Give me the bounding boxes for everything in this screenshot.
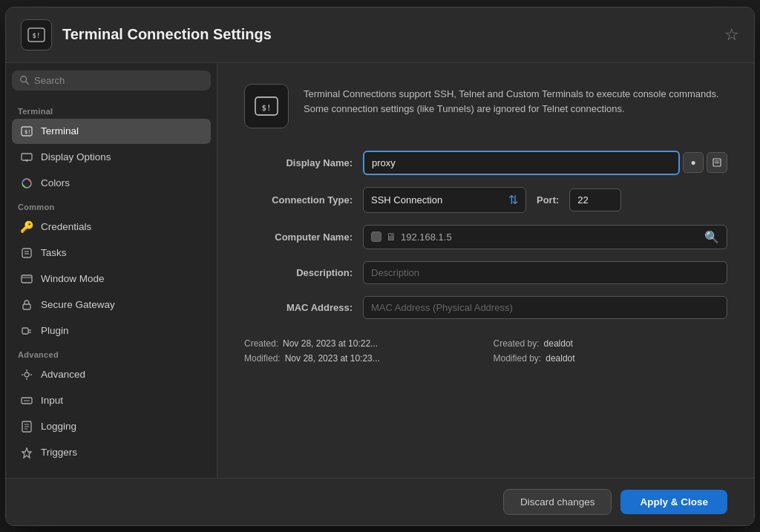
info-description: Terminal Connections support SSH, Telnet… — [304, 84, 727, 118]
sidebar-item-tasks-label: Tasks — [41, 247, 67, 258]
svg-text:$!: $! — [33, 32, 41, 39]
svg-text:$!: $! — [24, 129, 30, 135]
display-name-label: Display Name: — [244, 157, 363, 168]
display-name-input[interactable] — [363, 151, 680, 175]
mac-address-row: MAC Address: — [244, 296, 727, 319]
section-label-advanced: Advanced — [18, 350, 205, 359]
search-icon — [19, 75, 30, 85]
connection-type-select[interactable]: SSH Connection ⇅ — [363, 187, 526, 213]
description-input[interactable] — [363, 261, 727, 284]
computer-icon: 🖥 — [386, 231, 396, 243]
display-name-icon-btn-2[interactable] — [707, 152, 727, 173]
sidebar-item-triggers-label: Triggers — [41, 447, 77, 458]
mac-address-input[interactable] — [363, 296, 727, 319]
bottom-bar: Discard changes Apply & Close — [6, 478, 754, 525]
discard-changes-button[interactable]: Discard changes — [503, 489, 612, 515]
computer-name-label: Computer Name: — [244, 231, 363, 243]
app-icon: $! — [21, 19, 52, 50]
sidebar-item-advanced[interactable]: Advanced — [12, 362, 211, 387]
created-by-row: Created by: dealdot — [494, 338, 728, 349]
connection-row: SSH Connection ⇅ Port: — [363, 187, 727, 213]
colors-icon — [19, 176, 34, 191]
favorite-icon[interactable]: ☆ — [724, 25, 739, 45]
sidebar-item-credentials-label: Credentials — [41, 221, 91, 232]
display-name-row: Display Name: ● — [244, 151, 727, 175]
sidebar-item-plugin-label: Plugin — [41, 325, 69, 336]
computer-name-input[interactable]: 🖥 192.168.1.5 🔍 — [363, 225, 727, 249]
computer-name-row: Computer Name: 🖥 192.168.1.5 🔍 — [244, 225, 727, 249]
terminal-connection-settings-dialog: $! Terminal Connection Settings ☆ Termin… — [5, 7, 755, 526]
computer-name-value: 192.168.1.5 — [401, 231, 700, 243]
sidebar-item-tasks[interactable]: Tasks — [12, 240, 211, 266]
sidebar-item-terminal-label: Terminal — [41, 125, 79, 137]
section-label-common: Common — [18, 203, 205, 211]
sidebar: Terminal $! Terminal — [6, 63, 217, 478]
sidebar-item-input-label: Input — [41, 395, 63, 406]
logging-icon — [19, 419, 34, 434]
created-by-value: dealdot — [544, 338, 573, 349]
modified-row: Modified: Nov 28, 2023 at 10:23... — [244, 353, 479, 364]
search-bar[interactable] — [12, 70, 211, 91]
sidebar-item-window-mode-label: Window Mode — [41, 273, 105, 284]
sidebar-item-display-options[interactable]: Display Options — [12, 145, 211, 170]
svg-text:$!: $! — [261, 103, 271, 113]
description-row: Description: — [244, 261, 727, 284]
meta-section: Created: Nov 28, 2023 at 10:22... Create… — [244, 338, 727, 364]
svg-line-3 — [26, 82, 29, 85]
svg-rect-15 — [23, 304, 30, 309]
select-arrow-icon: ⇅ — [508, 193, 518, 207]
svg-rect-13 — [22, 275, 32, 283]
info-banner: $! Terminal Connections support SSH, Tel… — [244, 84, 727, 128]
description-label: Description: — [244, 267, 363, 278]
connection-type-value: SSH Connection — [371, 194, 504, 206]
port-label: Port: — [537, 194, 559, 206]
connection-type-row: Connection Type: SSH Connection ⇅ Port: — [244, 187, 727, 213]
sidebar-item-colors-label: Colors — [41, 177, 70, 188]
sidebar-item-input[interactable]: Input — [12, 388, 211, 413]
sidebar-item-credentials[interactable]: 🔑 Credentials — [12, 214, 211, 240]
connection-type-control: SSH Connection ⇅ Port: — [363, 187, 727, 213]
display-name-icon-btn-1[interactable]: ● — [683, 152, 704, 173]
computer-name-search-icon[interactable]: 🔍 — [704, 230, 719, 244]
section-label-terminal: Terminal — [18, 107, 205, 116]
sidebar-item-secure-gateway-label: Secure Gateway — [41, 299, 115, 310]
computer-name-checkbox[interactable] — [371, 231, 381, 242]
dialog-title: Terminal Connection Settings — [62, 26, 724, 43]
title-bar: $! Terminal Connection Settings ☆ — [6, 7, 754, 63]
modified-value: Nov 28, 2023 at 10:23... — [285, 353, 380, 364]
sidebar-item-display-options-label: Display Options — [41, 151, 111, 162]
search-input[interactable] — [34, 75, 203, 86]
mac-address-control — [363, 296, 727, 319]
terminal-icon: $! — [19, 124, 34, 139]
modified-by-value: dealdot — [546, 353, 574, 364]
main-content: Terminal $! Terminal — [6, 63, 754, 478]
sidebar-item-plugin[interactable]: Plugin — [12, 318, 211, 344]
svg-rect-16 — [22, 328, 28, 334]
modified-by-row: Modified by: dealdot — [494, 353, 728, 364]
description-control — [363, 261, 727, 284]
sidebar-item-terminal[interactable]: $! Terminal — [12, 119, 211, 144]
window-mode-icon — [19, 272, 34, 286]
input-icon — [19, 393, 34, 408]
secure-gateway-icon — [19, 298, 34, 312]
sidebar-item-logging[interactable]: Logging — [12, 414, 211, 439]
sidebar-item-logging-label: Logging — [41, 421, 76, 432]
sidebar-item-triggers[interactable]: Triggers — [12, 440, 211, 465]
created-value: Nov 28, 2023 at 10:22... — [283, 338, 378, 349]
tasks-icon — [19, 246, 34, 260]
apply-close-button[interactable]: Apply & Close — [620, 490, 727, 514]
created-row: Created: Nov 28, 2023 at 10:22... — [244, 338, 479, 349]
mac-address-label: MAC Address: — [244, 302, 363, 313]
created-label: Created: — [244, 338, 278, 349]
connection-type-label: Connection Type: — [244, 194, 363, 206]
sidebar-item-window-mode[interactable]: Window Mode — [12, 266, 211, 292]
svg-rect-10 — [22, 249, 31, 257]
modified-by-label: Modified by: — [494, 353, 542, 364]
detail-panel: $! Terminal Connections support SSH, Tel… — [217, 63, 754, 478]
port-input[interactable] — [569, 188, 621, 211]
credentials-icon: 🔑 — [19, 220, 34, 234]
sidebar-item-secure-gateway[interactable]: Secure Gateway — [12, 292, 211, 318]
plugin-icon — [19, 324, 34, 338]
sidebar-item-colors[interactable]: Colors — [12, 171, 211, 196]
svg-point-19 — [24, 372, 29, 377]
